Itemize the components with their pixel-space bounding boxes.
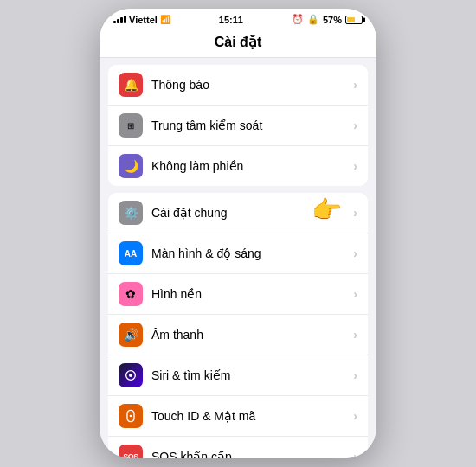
siri-icon <box>119 363 143 387</box>
khonglam-label: Không làm phiền <box>151 159 350 173</box>
signal-bar-4 <box>124 16 126 23</box>
section-general: ⚙️ Cài đặt chung › 👉 AA Màn hình & độ sá… <box>108 193 368 458</box>
khonglam-chevron: › <box>353 159 357 173</box>
settings-item-hinhnen[interactable]: ✿ Hình nền › <box>108 274 368 315</box>
page-header: Cài đặt <box>100 29 376 58</box>
settings-item-khonglam[interactable]: 🌙 Không làm phiền › <box>108 146 368 186</box>
page-title: Cài đặt <box>215 35 261 49</box>
trungtam-chevron: › <box>353 118 357 132</box>
manhinh-chevron: › <box>353 246 357 260</box>
svg-point-2 <box>130 415 132 418</box>
settings-content: 🔔 Thông báo › ⊞ Trung tâm kiểm soát › 🌙 … <box>100 58 376 458</box>
khonglam-icon: 🌙 <box>119 154 143 178</box>
amthanh-icon: 🔊 <box>119 323 143 347</box>
caidatchung-icon: ⚙️ <box>119 201 143 225</box>
hinhnen-icon: ✿ <box>119 282 143 306</box>
settings-item-manhinh[interactable]: AA Màn hình & độ sáng › <box>108 234 368 274</box>
trungtam-label: Trung tâm kiểm soát <box>151 118 350 132</box>
lock-icon: 🔒 <box>307 14 319 25</box>
sos-icon: SOS <box>119 445 143 458</box>
carrier-label: Viettel <box>129 15 158 25</box>
sos-label: SOS khẩn cấp <box>151 450 350 458</box>
thongbao-chevron: › <box>353 78 357 92</box>
alarm-icon: ⏰ <box>292 14 304 25</box>
touchid-label: Touch ID & Mật mã <box>151 409 350 423</box>
settings-item-caidatchung[interactable]: ⚙️ Cài đặt chung › 👉 <box>108 193 368 234</box>
signal-bar-2 <box>117 19 119 23</box>
section-notifications: 🔔 Thông báo › ⊞ Trung tâm kiểm soát › 🌙 … <box>108 65 368 186</box>
phone-frame: Viettel 📶 15:11 ⏰ 🔒 57% Cài đặt 🔔 Thông … <box>100 9 376 458</box>
hinhnen-label: Hình nền <box>151 287 350 301</box>
settings-item-touchid[interactable]: Touch ID & Mật mã › <box>108 396 368 437</box>
status-right: ⏰ 🔒 57% <box>292 14 363 25</box>
trungtam-icon: ⊞ <box>119 113 143 138</box>
sos-chevron: › <box>353 450 357 458</box>
thongbao-icon: 🔔 <box>119 73 143 97</box>
signal-bar-3 <box>120 17 123 23</box>
siri-label: Siri & tìm kiếm <box>151 368 350 382</box>
status-bar: Viettel 📶 15:11 ⏰ 🔒 57% <box>100 9 376 29</box>
amthanh-chevron: › <box>353 328 357 342</box>
settings-item-amthanh[interactable]: 🔊 Âm thanh › <box>108 315 368 355</box>
status-left: Viettel 📶 <box>113 15 170 25</box>
thongbao-label: Thông báo <box>151 78 350 92</box>
caidatchung-chevron: › <box>353 206 357 220</box>
settings-item-siri[interactable]: Siri & tìm kiếm › <box>108 355 368 396</box>
battery-percent: 57% <box>323 15 342 25</box>
signal-bar-1 <box>113 21 116 23</box>
settings-item-sos[interactable]: SOS SOS khẩn cấp › <box>108 437 368 458</box>
touchid-chevron: › <box>353 409 357 423</box>
svg-point-1 <box>129 374 132 377</box>
manhinh-icon: AA <box>119 241 143 265</box>
touchid-icon <box>119 404 143 428</box>
caidatchung-label: Cài đặt chung <box>151 206 350 220</box>
settings-item-trungtam[interactable]: ⊞ Trung tâm kiểm soát › <box>108 106 368 146</box>
siri-chevron: › <box>353 368 357 382</box>
hinhnen-chevron: › <box>353 287 357 301</box>
settings-item-thongbao[interactable]: 🔔 Thông báo › <box>108 65 368 106</box>
battery-fill <box>347 17 355 22</box>
battery-indicator <box>345 16 363 24</box>
wifi-icon: 📶 <box>160 15 170 24</box>
time-display: 15:11 <box>219 15 243 25</box>
amthanh-label: Âm thanh <box>151 328 350 342</box>
manhinh-label: Màn hình & độ sáng <box>151 246 350 260</box>
signal-bars <box>113 16 126 23</box>
